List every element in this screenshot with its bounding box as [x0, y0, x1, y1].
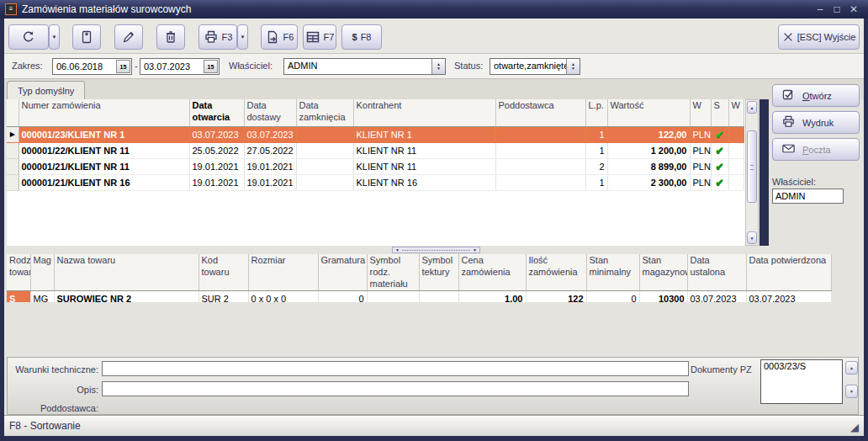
- scroll-down-button[interactable]: ▼: [747, 231, 757, 244]
- col-nazwa-towaru[interactable]: Nazwa towaru: [54, 254, 198, 291]
- col-stan-magazynowy[interactable]: Stan magazynowy: [639, 254, 687, 291]
- export-fkey-label: F6: [283, 32, 294, 42]
- documents-scroll-up-button[interactable]: ▲: [845, 361, 858, 375]
- date-from-field[interactable]: 06.06.2018 15: [52, 58, 132, 75]
- pencil-icon: [121, 29, 136, 45]
- col-waluta[interactable]: W: [690, 99, 711, 126]
- tech-conditions-label: Warunki techniczne:: [14, 364, 98, 375]
- col-rodz-towaru[interactable]: Rodz. towaru: [7, 254, 30, 291]
- date-to-value[interactable]: 03.07.2023: [140, 61, 204, 72]
- col-data-otwarcia[interactable]: Data otwarcia: [189, 99, 244, 126]
- resize-grip[interactable]: ◢: [850, 421, 859, 433]
- new-document-icon: [79, 29, 94, 45]
- status-filter-combo[interactable]: otwarte,zamknięte ▲▼: [490, 58, 580, 75]
- col-data-potwierdzona[interactable]: Data potwierdzona: [746, 254, 831, 291]
- date-to-field[interactable]: 03.07.2023 15: [140, 58, 220, 75]
- col-poddostawca[interactable]: Poddostawca: [495, 99, 585, 126]
- order-row[interactable]: 000001/22/KLIENT NR 11 25.05.2022 27.05.…: [7, 142, 744, 158]
- col-gramatura[interactable]: Gramatura: [318, 254, 367, 291]
- new-button[interactable]: [72, 24, 101, 50]
- tech-conditions-input[interactable]: [102, 361, 689, 376]
- check-icon: ✔: [715, 129, 723, 141]
- close-x-icon: [782, 31, 794, 43]
- subsupplier-label: Poddostawca:: [14, 403, 98, 413]
- col-rozmiar[interactable]: Rozmiar: [248, 254, 318, 291]
- open-button[interactable]: Otwórz: [772, 84, 860, 107]
- documents-pz-list[interactable]: 0003/23/S: [760, 359, 843, 404]
- col-mag[interactable]: Mag: [30, 254, 54, 291]
- print-button[interactable]: F3: [198, 24, 237, 50]
- export-document-icon: [265, 29, 280, 45]
- col-stan-minimalny[interactable]: Stan minimalny: [586, 254, 639, 291]
- print-side-button[interactable]: Wydruk: [772, 111, 860, 134]
- mail-button[interactable]: Poczta: [772, 138, 860, 161]
- check-icon: ✔: [715, 145, 723, 157]
- col-data-ustalona[interactable]: Data ustalona: [687, 254, 746, 291]
- status-text: F8 - Sortowanie: [9, 420, 81, 432]
- col-status[interactable]: S: [711, 99, 728, 126]
- currency-button[interactable]: $ F8: [341, 24, 382, 50]
- app-icon: ≡: [5, 3, 17, 15]
- exit-button[interactable]: [ESC] Wyjście: [778, 24, 860, 50]
- vertical-scrollbar[interactable]: ▲ ▼: [745, 99, 759, 246]
- col-numer[interactable]: Numer zamówienia: [19, 99, 189, 126]
- grid-splitter[interactable]: ▼ ▼: [7, 246, 832, 254]
- items-grid: Rodz. towaru Mag Nazwa towaru Kod towaru…: [7, 254, 832, 302]
- col-symbol-rodz[interactable]: Symbol rodz. materiału: [367, 254, 419, 291]
- print-dropdown-button[interactable]: ▼: [237, 24, 248, 50]
- range-separator: -: [135, 61, 138, 71]
- order-row[interactable]: ▶ 000001/23/KLIENT NR 1 03.07.2023 03.07…: [7, 126, 744, 142]
- scroll-up-button[interactable]: ▲: [747, 101, 757, 114]
- col-kod-towaru[interactable]: Kod towaru: [198, 254, 248, 291]
- refresh-dropdown-button[interactable]: ▼: [49, 24, 60, 50]
- maximize-button[interactable]: □: [831, 3, 843, 15]
- calendar-icon[interactable]: 15: [116, 60, 130, 73]
- col-w2[interactable]: W: [728, 99, 744, 126]
- col-data-dostawy[interactable]: Data dostawy: [244, 99, 296, 126]
- scrollbar-thumb[interactable]: [747, 130, 757, 203]
- order-row[interactable]: 000001/21/KLIENT NR 11 19.01.2021 19.01.…: [7, 158, 744, 174]
- date-from-value[interactable]: 06.06.2018: [53, 61, 116, 72]
- order-row[interactable]: 000001/21/KLIENT NR 16 19.01.2021 19.01.…: [7, 174, 744, 190]
- col-kontrahent[interactable]: Kontrahent: [353, 99, 495, 126]
- col-lp[interactable]: L.p.: [585, 99, 607, 126]
- status-filter-value[interactable]: otwarte,zamknięte: [490, 59, 566, 74]
- splitter-arrow-icon: ▼: [395, 248, 400, 252]
- calendar-icon[interactable]: 15: [204, 60, 218, 73]
- edit-button[interactable]: [114, 24, 143, 50]
- chevron-down-icon: ▼: [52, 35, 57, 40]
- panel-divider: [760, 99, 769, 246]
- title-bar: ≡ Zamówienia materiałów surowcowych – □ …: [0, 0, 868, 19]
- grid-view-button[interactable]: F7: [303, 24, 336, 50]
- owner-filter-value[interactable]: ADMIN: [284, 59, 431, 74]
- description-input[interactable]: [102, 381, 689, 396]
- col-cena-zamowienia[interactable]: Cena zamówienia: [458, 254, 526, 291]
- delete-button[interactable]: [156, 24, 185, 50]
- minimize-button[interactable]: –: [814, 3, 826, 15]
- col-symbol-tektury[interactable]: Symbol tektury: [419, 254, 458, 291]
- close-button[interactable]: ✕: [848, 3, 860, 15]
- toolbar: ▼ F3: [4, 19, 864, 54]
- tab-strip: Typ domyślny: [4, 79, 864, 99]
- spinner-icon[interactable]: ▲▼: [566, 59, 580, 74]
- document-list-item[interactable]: 0003/23/S: [764, 361, 839, 371]
- exit-label: [ESC] Wyjście: [797, 32, 856, 42]
- owner-filter-combo[interactable]: ADMIN ▲▼: [283, 58, 446, 75]
- documents-scroll-down-button[interactable]: ▼: [845, 385, 858, 398]
- refresh-button[interactable]: [8, 24, 49, 50]
- envelope-icon: [781, 141, 796, 157]
- item-row[interactable]: S MG SUROWIEC NR 2 SUR 2 0 x 0 x 0 0 1,0…: [7, 291, 831, 302]
- export-button[interactable]: F6: [261, 24, 298, 50]
- spinner-icon[interactable]: ▲▼: [431, 59, 445, 74]
- splitter-handle[interactable]: ▼ ▼: [392, 247, 480, 253]
- col-ilosc-zamowienia[interactable]: Ilość zamówienia: [526, 254, 586, 291]
- owner-panel-input[interactable]: [772, 189, 844, 204]
- col-data-zamkniecia[interactable]: Data zamknięcia: [296, 99, 353, 126]
- orders-table: Numer zamówienia Data otwarcia Data dost…: [7, 99, 744, 191]
- status-filter-label: Status:: [454, 61, 483, 71]
- filter-bar: Zakres: 06.06.2018 15 - 03.07.2023 15 Wł…: [4, 54, 864, 79]
- check-icon: ✔: [715, 161, 723, 173]
- printer-icon: [781, 114, 796, 130]
- tab-default-type[interactable]: Typ domyślny: [7, 81, 85, 99]
- col-wartosc[interactable]: Wartość: [607, 99, 690, 126]
